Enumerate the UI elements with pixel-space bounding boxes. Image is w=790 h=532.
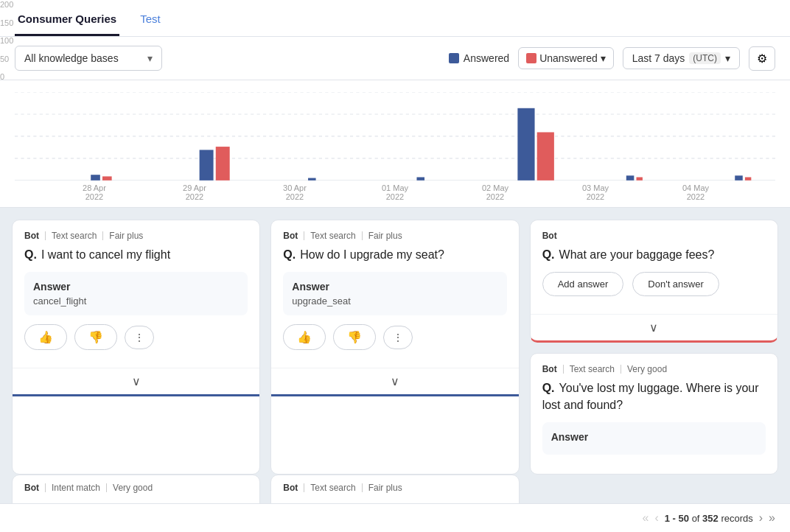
svg-rect-16	[745, 177, 751, 180]
card-type: Text search	[310, 231, 355, 241]
pagination-info: 1 - 50 of 352 records	[665, 513, 753, 524]
more-button[interactable]: ⋮	[125, 326, 154, 349]
chevron-down-icon: ▾	[147, 52, 153, 64]
svg-rect-11	[517, 108, 534, 181]
svg-rect-12	[537, 132, 554, 180]
card-meta-4: Bot Intent match Very good	[24, 483, 248, 493]
svg-rect-15	[735, 175, 743, 181]
utc-label: (UTC)	[689, 52, 721, 64]
add-answer-button[interactable]: Add answer	[542, 272, 624, 296]
thumbs-up-button[interactable]: 👍	[24, 324, 67, 350]
chart-area: 200 150 100 50 0	[0, 80, 790, 208]
answer-label: Answer	[33, 281, 239, 293]
card-meta-6: Bot Text search Very good	[542, 364, 766, 374]
svg-rect-14	[637, 177, 643, 180]
card-type: Text search	[310, 483, 355, 493]
svg-rect-7	[200, 150, 214, 180]
card-score: Very good	[113, 483, 153, 493]
answer-actions-3: Add answer Don't answer	[542, 272, 766, 296]
card-score: Very good	[627, 364, 667, 374]
date-label: Last 7 days	[632, 52, 685, 64]
separator	[362, 231, 363, 240]
card-meta-2: Bot Text search Fair plus	[283, 231, 506, 241]
card-score: Fair plus	[109, 231, 143, 241]
cards-area: Bot Text search Fair plus Q.I want to ca…	[0, 208, 790, 475]
dont-answer-button[interactable]: Don't answer	[632, 272, 719, 296]
card-source: Bot	[542, 231, 557, 241]
settings-icon: ⚙	[757, 52, 767, 66]
card-meta-1: Bot Text search Fair plus	[24, 231, 248, 241]
expand-button-2[interactable]: ∨	[271, 368, 518, 394]
chevron-down-icon: ▾	[725, 52, 730, 64]
answer-label: Answer	[292, 281, 497, 293]
card-type: Intent match	[52, 483, 100, 493]
svg-rect-6	[102, 176, 112, 180]
header-tabs: Consumer Queries Test	[0, 0, 790, 37]
card-actions-1: 👍 👎 ⋮	[24, 324, 248, 350]
card-actions-2: 👍 👎 ⋮	[283, 324, 506, 350]
answer-value: cancel_flight	[33, 295, 239, 307]
legend-group: Answered Unanswered ▾ Last 7 days (UTC) …	[449, 46, 775, 71]
svg-rect-5	[91, 175, 100, 181]
chevron-down-icon: ▾	[601, 52, 606, 64]
card-question-2: Q.How do I upgrade my seat?	[283, 247, 506, 263]
separator	[106, 483, 107, 492]
query-card-3: Bot Q.What are your baggage fees? Add an…	[530, 220, 778, 343]
tab-test[interactable]: Test	[137, 4, 164, 36]
card-question-3: Q.What are your baggage fees?	[542, 247, 766, 263]
answered-dot	[449, 53, 459, 63]
separator	[45, 483, 46, 492]
next-page-button[interactable]: ›	[759, 511, 763, 525]
last-page-button[interactable]: »	[769, 511, 775, 525]
answer-label: Answer	[551, 431, 757, 443]
card-meta-5: Bot Text search Fair plus	[283, 483, 506, 493]
answer-box-6: Answer	[542, 422, 766, 455]
svg-rect-13	[626, 175, 635, 181]
card-type: Text search	[570, 364, 615, 374]
filters-bar: All knowledge bases ▾ Answered Unanswere…	[0, 37, 790, 80]
query-card-2: Bot Text search Fair plus Q.How do I upg…	[270, 220, 519, 475]
card-question-1: Q.I want to cancel my flight	[24, 247, 248, 263]
answer-box-2: Answer upgrade_seat	[283, 272, 506, 315]
separator	[45, 231, 46, 240]
pagination-bar: « ‹ 1 - 50 of 352 records › »	[0, 503, 790, 532]
date-filter[interactable]: Last 7 days (UTC) ▾	[623, 47, 740, 69]
svg-rect-9	[308, 178, 316, 181]
chart-svg	[15, 92, 775, 181]
answered-label: Answered	[464, 52, 509, 64]
settings-button[interactable]: ⚙	[749, 46, 775, 71]
card-type: Text search	[52, 231, 97, 241]
card-score: Fair plus	[368, 483, 402, 493]
separator	[563, 365, 564, 374]
card-source: Bot	[283, 231, 298, 241]
expand-button-1[interactable]: ∨	[13, 368, 259, 394]
unanswered-toggle[interactable]: Unanswered ▾	[518, 47, 614, 69]
card-score: Fair plus	[368, 231, 402, 241]
card-source: Bot	[542, 364, 557, 374]
separator	[304, 231, 304, 240]
thumbs-down-button[interactable]: 👎	[74, 324, 117, 350]
unanswered-label: Unanswered	[539, 52, 598, 64]
unanswered-dot	[526, 53, 536, 63]
expand-button-3[interactable]: ∨	[531, 314, 777, 340]
prev-page-button[interactable]: ‹	[654, 511, 658, 525]
separator	[304, 483, 304, 492]
separator	[621, 365, 621, 374]
x-axis-labels: 28 Apr2022 29 Apr2022 30 Apr2022 01 May2…	[15, 181, 775, 201]
more-button[interactable]: ⋮	[383, 326, 413, 349]
kb-select[interactable]: All knowledge bases ▾	[15, 46, 162, 71]
first-page-button[interactable]: «	[643, 511, 649, 525]
thumbs-down-button[interactable]: 👎	[333, 324, 376, 350]
separator	[362, 483, 363, 492]
separator	[102, 231, 103, 240]
answered-legend: Answered	[449, 52, 509, 64]
tab-consumer-queries[interactable]: Consumer Queries	[15, 4, 119, 36]
card-meta-3: Bot	[542, 231, 766, 241]
query-card-1: Bot Text search Fair plus Q.I want to ca…	[12, 220, 260, 475]
svg-rect-8	[216, 147, 230, 181]
card-source: Bot	[24, 231, 39, 241]
card-source: Bot	[283, 483, 298, 493]
query-card-6: Bot Text search Very good Q.You've lost …	[530, 353, 778, 475]
thumbs-up-button[interactable]: 👍	[283, 324, 326, 350]
card-source: Bot	[24, 483, 39, 493]
